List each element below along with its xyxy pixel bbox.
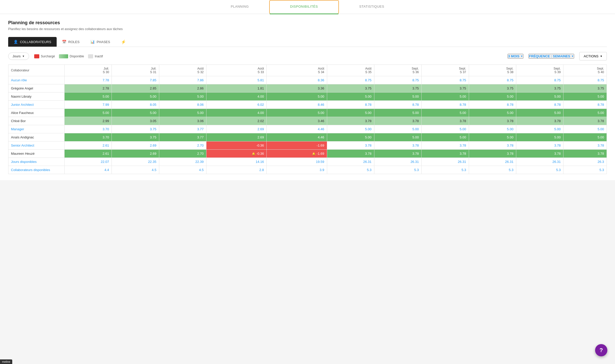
table-cell: 3.75 [469, 84, 516, 93]
table-cell: 5.00 [112, 109, 159, 117]
table-cell: 3.05 [112, 117, 159, 125]
table-cell: 8.05 [112, 101, 159, 109]
table-cell: 8.75 [374, 76, 421, 84]
cell-name: Chloé Bor [8, 117, 65, 125]
table-cell: 26.31 [327, 158, 374, 166]
table-cell: 4.4 [65, 166, 112, 174]
table-cell: 5.00 [327, 109, 374, 117]
col-header-name: Collaborateur [8, 65, 65, 76]
tab-phases[interactable]: 📊 PHASES [85, 37, 116, 47]
person-icon: 👤 [14, 40, 18, 44]
table-cell: 4.00 [206, 109, 267, 117]
period-dropdown[interactable]: 3 MOIS ▼ [508, 54, 523, 59]
table-cell: 5.00 [267, 109, 327, 117]
table-cell: 7.85 [112, 76, 159, 84]
table-cell: 5.3 [469, 166, 516, 174]
table-cell: 🔔 -0.36 [206, 150, 267, 158]
nav-tab-disponibilites[interactable]: DISPONIBILITÉS [269, 0, 339, 14]
main-content: Planning de ressources Planifiez les bes… [0, 14, 615, 180]
table-cell: 3.75 [327, 84, 374, 93]
table-cell: 3.78 [469, 141, 516, 150]
table-cell: 2.70 [159, 150, 206, 158]
table-cell: 5.00 [563, 133, 607, 141]
table-cell: 5.00 [374, 125, 421, 133]
table-cell: 5.00 [469, 109, 516, 117]
table-cell: 22.39 [159, 158, 206, 166]
table-cell: 5.3 [327, 166, 374, 174]
table-cell: 4.00 [206, 93, 267, 101]
page-subtitle: Planifiez les besoins de ressources et a… [8, 27, 607, 31]
table-cell: 3.36 [267, 84, 327, 93]
nav-tab-planning[interactable]: PLANNING [210, 0, 269, 14]
table-cell: 2.69 [206, 125, 267, 133]
filter-icon: ⚡ [121, 40, 126, 44]
table-cell: 5.00 [374, 109, 421, 117]
table-row: Manager3.703.753.772.694.465.005.005.005… [8, 125, 607, 133]
table-cell: 3.77 [159, 125, 206, 133]
table-cell: 5.00 [65, 93, 112, 101]
table-row: Naomi Libraty5.005.005.004.005.005.005.0… [8, 93, 607, 101]
table-cell: 2.86 [159, 84, 206, 93]
table-cell: 7.99 [65, 101, 112, 109]
table-cell: 26.3 [563, 158, 607, 166]
table-cell: 4.5 [112, 166, 159, 174]
tab-collaborateurs[interactable]: 👤 COLLABORATEURS [8, 37, 57, 47]
table-cell: 19.59 [267, 158, 327, 166]
table-cell: 26.31 [422, 158, 469, 166]
table-cell: 2.69 [112, 141, 159, 150]
table-cell: 5.00 [469, 125, 516, 133]
table-cell: 8.78 [327, 101, 374, 109]
table-cell: 3.78 [422, 141, 469, 150]
table-row: Maureen Heuzé2.612.692.70🔔 -0.36🔔 -1.693… [8, 150, 607, 158]
table-cell: 3.78 [563, 150, 607, 158]
table-cell: 26.31 [469, 158, 516, 166]
cell-name: Aucun rôle [8, 76, 65, 84]
freq-chevron-icon: ▼ [571, 55, 574, 58]
table-cell: 5.00 [159, 109, 206, 117]
table-cell: 3.77 [159, 133, 206, 141]
legend-surcharge: Surchargé [34, 54, 55, 58]
table-cell: 4.5 [159, 166, 206, 174]
table-cell: -0.36 [206, 141, 267, 150]
table-cell: 3.75 [516, 84, 563, 93]
table-cell: 5.00 [516, 133, 563, 141]
table-cell: 5.00 [563, 109, 607, 117]
table-row: Chloé Bor2.993.053.062.023.463.783.783.7… [8, 117, 607, 125]
table-cell: 3.9 [267, 166, 327, 174]
table-cell: 8.75 [327, 76, 374, 84]
cell-name: Collaborateurs disponibles [8, 166, 65, 174]
table-row: Grégoire Angel2.782.852.861.813.363.753.… [8, 84, 607, 93]
table-cell: 3.70 [65, 133, 112, 141]
table-cell: 8.46 [267, 101, 327, 109]
table-cell: 22.35 [112, 158, 159, 166]
frequency-dropdown[interactable]: FRÉQUENCE : SEMAINES ▼ [528, 54, 574, 59]
table-cell: 3.75 [374, 84, 421, 93]
surcharge-color-box [34, 54, 39, 58]
cell-name: Naomi Libraty [8, 93, 65, 101]
table-cell: 8.75 [469, 76, 516, 84]
table-cell: 4.46 [267, 133, 327, 141]
legend: Surchargé Disponible Inactif [34, 54, 103, 58]
table-cell: 3.78 [469, 150, 516, 158]
tab-roles[interactable]: 📅 ROLES [57, 37, 85, 47]
table-cell: 7.86 [159, 76, 206, 84]
table-cell: 5.3 [374, 166, 421, 174]
table-cell: 5.00 [422, 93, 469, 101]
table-cell: 3.78 [374, 150, 421, 158]
table-row: Anaïs Andignac3.703.753.772.694.465.005.… [8, 133, 607, 141]
table-cell: 8.78 [422, 101, 469, 109]
col-header-sep39: Sept.S 39 [516, 65, 563, 76]
table-cell: 5.00 [267, 93, 327, 101]
table-cell: 8.78 [469, 101, 516, 109]
cell-name: Manager [8, 125, 65, 133]
actions-dropdown[interactable]: ACTIONS ▼ [579, 52, 607, 60]
jours-dropdown[interactable]: Jours ▼ [8, 53, 29, 60]
nav-tab-statistiques[interactable]: STATISTIQUES [339, 0, 405, 14]
table-cell: 7.78 [65, 76, 112, 84]
table-cell: 5.00 [469, 93, 516, 101]
filter-button[interactable]: ⚡ [118, 37, 129, 46]
table-cell: 3.78 [563, 117, 607, 125]
cell-name: Maureen Heuzé [8, 150, 65, 158]
phases-icon: 📊 [90, 40, 95, 44]
col-header-sep37: Sept.S 37 [422, 65, 469, 76]
